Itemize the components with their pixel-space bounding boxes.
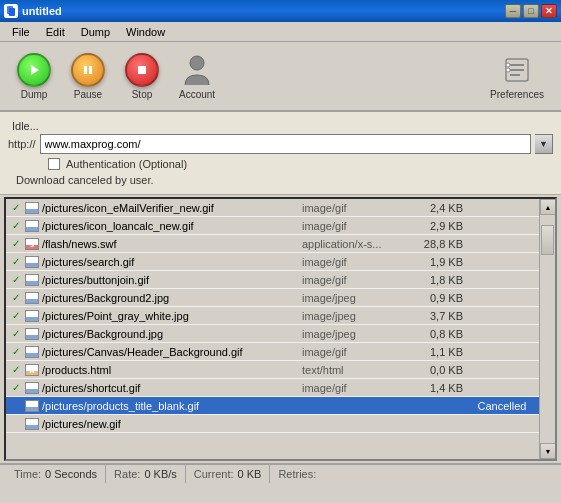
file-name: /pictures/icon_loancalc_new.gif [42, 220, 302, 232]
table-row[interactable]: ✓ /pictures/buttonjoin.gif image/gif 1,8… [6, 271, 539, 289]
url-row: http:// ▼ [8, 134, 553, 154]
pause-button[interactable]: Pause [62, 48, 114, 105]
table-row[interactable]: ✓ /pictures/icon_eMailVerifier_new.gif i… [6, 199, 539, 217]
scrollbar-track [540, 215, 555, 443]
svg-point-12 [506, 68, 510, 72]
scroll-down-button[interactable]: ▼ [540, 443, 556, 459]
file-type: image/gif [302, 346, 412, 358]
menu-file[interactable]: File [4, 24, 38, 40]
table-row[interactable]: ✓ /pictures/Background2.jpg image/jpeg 0… [6, 289, 539, 307]
account-label: Account [179, 89, 215, 100]
protocol-label: http:// [8, 138, 36, 150]
dump-label: Dump [21, 89, 48, 100]
file-icon: H [24, 363, 40, 377]
rate-label: Rate: [114, 468, 140, 480]
window-title: untitled [22, 5, 62, 17]
table-row[interactable]: ✓ /pictures/shortcut.gif image/gif 1,4 K… [6, 379, 539, 397]
rate-section: Rate: 0 KB/s [106, 465, 186, 483]
file-size: 3,7 KB [412, 310, 467, 322]
current-section: Current: 0 KB [186, 465, 271, 483]
url-input[interactable] [40, 134, 531, 154]
toolbar: Dump Pause Stop [0, 42, 561, 112]
file-type: application/x-s... [302, 238, 412, 250]
current-label: Current: [194, 468, 234, 480]
pause-label: Pause [74, 89, 102, 100]
check-icon: ✓ [8, 274, 24, 285]
svg-rect-10 [510, 74, 520, 76]
svg-rect-4 [89, 66, 92, 74]
time-value: 0 Seconds [45, 468, 97, 480]
table-row[interactable]: ✓ /pictures/Background.jpg image/jpeg 0,… [6, 325, 539, 343]
table-row[interactable]: ✓ H /products.html text/html 0,0 KB [6, 361, 539, 379]
scroll-up-button[interactable]: ▲ [540, 199, 556, 215]
table-row[interactable]: /pictures/new.gif [6, 415, 539, 433]
file-size: 0,0 KB [412, 364, 467, 376]
svg-rect-8 [510, 64, 524, 66]
file-icon [24, 309, 40, 323]
menu-edit[interactable]: Edit [38, 24, 73, 40]
menu-dump[interactable]: Dump [73, 24, 118, 40]
file-icon [24, 399, 40, 413]
file-type: image/gif [302, 256, 412, 268]
status-bar: Time: 0 Seconds Rate: 0 KB/s Current: 0 … [0, 463, 561, 483]
menu-window[interactable]: Window [118, 24, 173, 40]
table-row[interactable]: ✓ /pictures/Canvas/Header_Background.gif… [6, 343, 539, 361]
file-name: /pictures/shortcut.gif [42, 382, 302, 394]
file-size: 0,8 KB [412, 328, 467, 340]
main-content: File Edit Dump Window Dump Pause [0, 22, 561, 483]
table-row[interactable]: /pictures/products_title_blank.gif Cance… [6, 397, 539, 415]
check-icon: ✓ [8, 256, 24, 267]
file-status: Cancelled [467, 400, 537, 412]
svg-point-11 [506, 63, 510, 67]
maximize-button[interactable]: □ [523, 4, 539, 18]
current-value: 0 KB [238, 468, 262, 480]
file-size: 2,9 KB [412, 220, 467, 232]
file-size: 1,8 KB [412, 274, 467, 286]
file-size: 1,4 KB [412, 382, 467, 394]
account-icon [180, 53, 214, 87]
scrollbar[interactable]: ▲ ▼ [539, 199, 555, 459]
file-icon [24, 255, 40, 269]
title-bar: untitled ─ □ ✕ [0, 0, 561, 22]
check-icon: ✓ [8, 346, 24, 357]
close-button[interactable]: ✕ [541, 4, 557, 18]
dump-button[interactable]: Dump [8, 48, 60, 105]
file-type: image/jpeg [302, 328, 412, 340]
stop-button[interactable]: Stop [116, 48, 168, 105]
svg-rect-5 [138, 66, 146, 74]
file-list[interactable]: ✓ /pictures/icon_eMailVerifier_new.gif i… [6, 199, 539, 459]
file-type: image/gif [302, 382, 412, 394]
table-row[interactable]: ✓ /pictures/search.gif image/gif 1,9 KB [6, 253, 539, 271]
scrollbar-thumb[interactable] [541, 225, 554, 255]
account-button[interactable]: Account [170, 48, 224, 105]
table-row[interactable]: ✓ S /flash/news.swf application/x-s... 2… [6, 235, 539, 253]
table-row[interactable]: ✓ /pictures/icon_loancalc_new.gif image/… [6, 217, 539, 235]
preferences-button[interactable]: Preferences [481, 48, 553, 105]
auth-checkbox[interactable] [48, 158, 60, 170]
file-name: /pictures/Background.jpg [42, 328, 302, 340]
svg-rect-9 [510, 69, 524, 71]
svg-rect-3 [84, 66, 87, 74]
file-name: /pictures/Point_gray_white.jpg [42, 310, 302, 322]
file-name: /pictures/products_title_blank.gif [42, 400, 302, 412]
file-size: 2,4 KB [412, 202, 467, 214]
file-size: 0,9 KB [412, 292, 467, 304]
auth-row: Authentication (Optional) [8, 158, 553, 170]
check-icon: ✓ [8, 220, 24, 231]
svg-marker-2 [31, 65, 39, 75]
file-name: /flash/news.swf [42, 238, 302, 250]
menu-bar: File Edit Dump Window [0, 22, 561, 42]
file-name: /pictures/search.gif [42, 256, 302, 268]
file-name: /pictures/Canvas/Header_Background.gif [42, 346, 302, 358]
svg-point-6 [190, 56, 204, 70]
download-status: Download canceled by user. [8, 170, 553, 188]
file-icon [24, 291, 40, 305]
url-area: Idle... http:// ▼ Authentication (Option… [0, 112, 561, 195]
app-icon [4, 4, 18, 18]
url-dropdown-button[interactable]: ▼ [535, 134, 553, 154]
minimize-button[interactable]: ─ [505, 4, 521, 18]
pause-icon [71, 53, 105, 87]
check-icon: ✓ [8, 382, 24, 393]
stop-label: Stop [132, 89, 153, 100]
table-row[interactable]: ✓ /pictures/Point_gray_white.jpg image/j… [6, 307, 539, 325]
